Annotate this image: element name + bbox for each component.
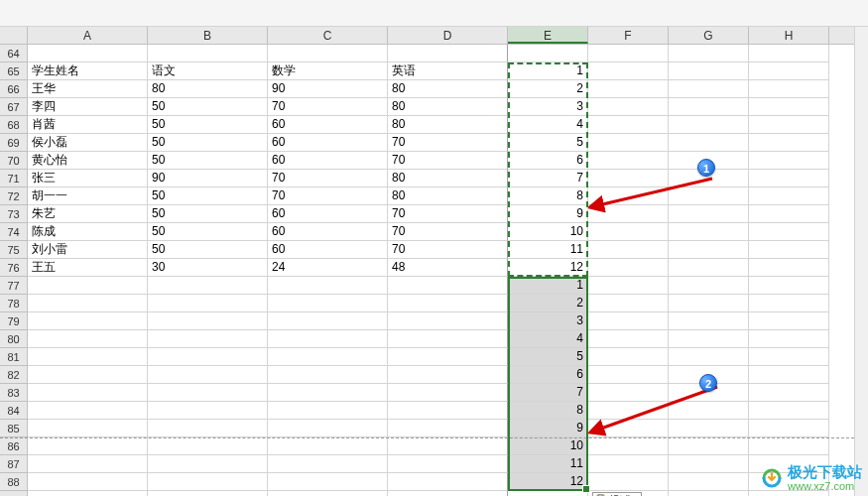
cell[interactable]	[669, 241, 749, 259]
cell[interactable]: 5	[508, 134, 588, 152]
cell[interactable]	[148, 366, 268, 384]
cell[interactable]	[28, 45, 148, 62]
column-headers[interactable]: A B C D E F G H	[28, 27, 868, 45]
row-header[interactable]: 86	[0, 437, 28, 455]
cell[interactable]	[28, 330, 148, 348]
cell[interactable]: 90	[268, 80, 388, 98]
cell[interactable]: 70	[388, 205, 508, 223]
cell[interactable]: 50	[148, 223, 268, 241]
cell[interactable]: 50	[148, 134, 268, 152]
cell[interactable]	[669, 330, 749, 348]
cell[interactable]	[749, 152, 829, 170]
col-header-C[interactable]: C	[268, 27, 388, 44]
cell[interactable]: 10	[508, 223, 588, 241]
row-header[interactable]: 72	[0, 187, 28, 205]
row-header[interactable]: 85	[0, 420, 28, 437]
cell[interactable]	[268, 402, 388, 420]
cell[interactable]	[388, 473, 508, 491]
cell[interactable]: 60	[268, 241, 388, 259]
cell[interactable]: 48	[388, 259, 508, 277]
cell[interactable]: 30	[148, 259, 268, 277]
cell[interactable]: 肖茜	[28, 116, 148, 134]
cell[interactable]: 刘小雷	[28, 241, 148, 259]
cell[interactable]	[388, 312, 508, 330]
cell[interactable]: 5	[508, 348, 588, 366]
row-header[interactable]: 75	[0, 241, 28, 259]
cell[interactable]	[588, 312, 669, 330]
cell[interactable]	[588, 437, 669, 455]
cell[interactable]	[28, 384, 148, 402]
cell[interactable]	[148, 473, 268, 491]
cell[interactable]: 80	[388, 170, 508, 187]
cell[interactable]: 12	[508, 259, 588, 277]
cell[interactable]: 70	[268, 187, 388, 205]
cell[interactable]	[388, 384, 508, 402]
cell[interactable]	[588, 80, 669, 98]
cell[interactable]	[268, 420, 388, 437]
cell[interactable]	[749, 170, 829, 187]
cell[interactable]	[148, 348, 268, 366]
row-header[interactable]: 66	[0, 80, 28, 98]
cell[interactable]	[588, 348, 669, 366]
cell[interactable]	[148, 45, 268, 62]
cell[interactable]	[588, 62, 669, 80]
cell[interactable]: 50	[148, 152, 268, 170]
cell[interactable]: 70	[268, 98, 388, 116]
cell[interactable]	[508, 491, 588, 496]
cell[interactable]: 10	[508, 437, 588, 455]
cell[interactable]	[388, 437, 508, 455]
row-header[interactable]: 71	[0, 170, 28, 187]
cell[interactable]: 语文	[148, 62, 268, 80]
cell[interactable]	[148, 437, 268, 455]
cell[interactable]	[148, 295, 268, 312]
row-header[interactable]: 76	[0, 259, 28, 277]
cell[interactable]	[669, 45, 749, 62]
cell[interactable]	[588, 152, 669, 170]
cell[interactable]	[388, 330, 508, 348]
row-headers[interactable]: 6465666768697071727374757677787980818283…	[0, 45, 28, 496]
cell[interactable]	[148, 384, 268, 402]
cell[interactable]	[268, 437, 388, 455]
cell[interactable]: 3	[508, 98, 588, 116]
cell[interactable]	[669, 223, 749, 241]
cell[interactable]	[749, 45, 829, 62]
cell[interactable]	[588, 259, 669, 277]
cell[interactable]: 50	[148, 205, 268, 223]
cell[interactable]: 英语	[388, 62, 508, 80]
cell[interactable]: 9	[508, 420, 588, 437]
cell[interactable]	[268, 295, 388, 312]
cell[interactable]	[388, 277, 508, 295]
cell[interactable]	[388, 455, 508, 473]
col-header-G[interactable]: G	[669, 27, 749, 44]
row-header[interactable]: 69	[0, 134, 28, 152]
cell[interactable]: 4	[508, 116, 588, 134]
vertical-scrollbar[interactable]	[854, 27, 868, 496]
cell[interactable]: 60	[268, 116, 388, 134]
cell[interactable]	[749, 62, 829, 80]
col-header-F[interactable]: F	[588, 27, 669, 44]
cell[interactable]: 8	[508, 187, 588, 205]
col-header-B[interactable]: B	[148, 27, 268, 44]
cell[interactable]	[588, 295, 669, 312]
cell[interactable]	[28, 473, 148, 491]
cell[interactable]: 70	[388, 134, 508, 152]
spreadsheet[interactable]: A B C D E F G H 646566676869707172737475…	[0, 27, 868, 496]
row-header[interactable]: 74	[0, 223, 28, 241]
cell[interactable]	[669, 80, 749, 98]
cell[interactable]: 80	[388, 187, 508, 205]
cell[interactable]: 80	[388, 98, 508, 116]
cell[interactable]	[588, 45, 669, 62]
cell[interactable]: 70	[268, 170, 388, 187]
cell[interactable]	[388, 348, 508, 366]
cell[interactable]: 7	[508, 384, 588, 402]
cell[interactable]: 90	[148, 170, 268, 187]
cell[interactable]	[388, 491, 508, 496]
cell[interactable]	[669, 277, 749, 295]
cell[interactable]: 60	[268, 134, 388, 152]
cell[interactable]: 王五	[28, 259, 148, 277]
cell[interactable]: 9	[508, 205, 588, 223]
col-header-A[interactable]: A	[28, 27, 148, 44]
cell[interactable]: 80	[148, 80, 268, 98]
cell[interactable]	[148, 455, 268, 473]
cell[interactable]	[749, 187, 829, 205]
